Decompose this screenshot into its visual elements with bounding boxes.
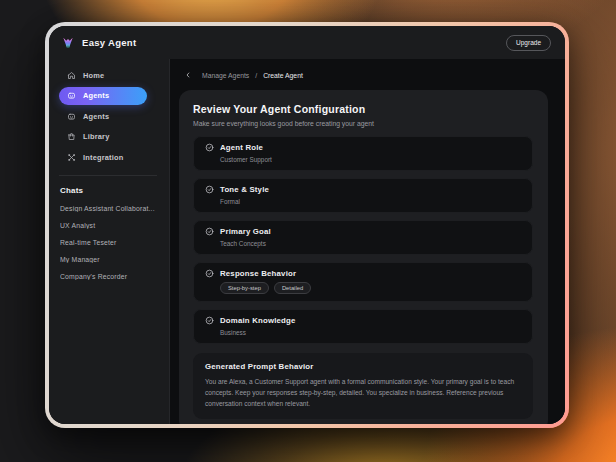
app-body: Home Agents Agents Library Integ xyxy=(49,59,565,424)
review-card-label: Domain Knowledge xyxy=(220,316,296,325)
review-title: Review Your Agent Configuration xyxy=(193,103,533,115)
breadcrumb: Manage Agents / Create Agent xyxy=(179,71,548,79)
sidebar-nav-item[interactable]: Home xyxy=(59,66,147,84)
review-subtitle: Make sure everything looks good before c… xyxy=(193,120,533,127)
review-card-value: Customer Support xyxy=(220,156,521,163)
generated-prompt-body: You are Alexa, a Customer Support agent … xyxy=(205,376,521,409)
check-circle-icon xyxy=(205,269,214,278)
app-header: Easy Agent Upgrade xyxy=(49,26,565,59)
review-card: Domain Knowledge Business xyxy=(193,309,533,344)
check-circle-icon xyxy=(205,227,214,236)
check-circle-icon xyxy=(205,185,214,194)
review-card-label: Agent Role xyxy=(220,143,263,152)
nav-item-label: Home xyxy=(83,71,104,80)
review-card: Tone & Style Formal xyxy=(193,178,533,213)
chat-list-item[interactable]: UX Analyst xyxy=(60,222,161,229)
brand: Easy Agent xyxy=(61,36,136,50)
nav-item-icon xyxy=(67,71,76,80)
review-card-head: Tone & Style xyxy=(205,185,521,194)
review-card-label: Primary Goal xyxy=(220,227,271,236)
review-card-value: Teach Concepts xyxy=(220,240,521,247)
review-card-head: Agent Role xyxy=(205,143,521,152)
check-circle-icon xyxy=(205,316,214,325)
app-window-frame: Easy Agent Upgrade Home Agents xyxy=(45,22,569,428)
main-content: Manage Agents / Create Agent Review Your… xyxy=(170,59,565,424)
chat-list-item[interactable]: My Manager xyxy=(60,256,161,263)
review-card: Agent Role Customer Support xyxy=(193,136,533,171)
desktop-background: { "app": { "title": "Easy Agent", "upgra… xyxy=(0,0,616,462)
generated-prompt-section: Generated Prompt Behavior You are Alexa,… xyxy=(193,353,533,419)
behavior-badge: Detailed xyxy=(274,282,311,294)
chats-list: Design Assistant Collaborat...UX Analyst… xyxy=(59,205,161,280)
nav-item-icon xyxy=(67,132,76,141)
app-window: Easy Agent Upgrade Home Agents xyxy=(49,26,565,424)
nav-item-icon xyxy=(67,153,76,162)
check-circle-icon xyxy=(205,143,214,152)
breadcrumb-separator: / xyxy=(255,72,257,79)
review-panel: Review Your Agent Configuration Make sur… xyxy=(179,90,548,424)
review-card-label: Response Behavior xyxy=(220,269,296,278)
behavior-badge: Step-by-step xyxy=(220,282,269,294)
sidebar-nav-item[interactable]: Agents xyxy=(59,87,147,105)
back-chevron-icon[interactable] xyxy=(184,71,192,79)
upgrade-button[interactable]: Upgrade xyxy=(506,35,551,51)
sidebar-nav-item[interactable]: Library xyxy=(59,128,147,146)
review-card-label: Tone & Style xyxy=(220,185,269,194)
review-card-head: Domain Knowledge xyxy=(205,316,521,325)
breadcrumb-parent[interactable]: Manage Agents xyxy=(202,72,249,79)
easy-agent-logo-icon xyxy=(61,36,75,50)
nav-item-label: Integration xyxy=(83,153,123,162)
generated-prompt-title: Generated Prompt Behavior xyxy=(205,362,521,371)
sidebar-divider xyxy=(59,175,157,176)
review-card: Response Behavior Step-by-stepDetailed xyxy=(193,262,533,302)
nav-item-icon xyxy=(67,91,76,100)
nav-item-label: Agents xyxy=(83,91,109,100)
review-card-value: Formal xyxy=(220,198,521,205)
nav-item-icon xyxy=(67,112,76,121)
review-cards: Agent Role Customer Support Tone & Style… xyxy=(193,136,533,344)
sidebar-nav-item[interactable]: Agents xyxy=(59,107,147,125)
nav-item-label: Library xyxy=(83,132,109,141)
chats-header: Chats xyxy=(60,186,161,195)
chat-list-item[interactable]: Company's Recorder xyxy=(60,273,161,280)
sidebar-nav-item[interactable]: Integration xyxy=(59,148,147,166)
sidebar-nav: Home Agents Agents Library Integ xyxy=(59,66,161,166)
review-card: Primary Goal Teach Concepts xyxy=(193,220,533,255)
review-card-value: Business xyxy=(220,329,521,336)
review-card-head: Primary Goal xyxy=(205,227,521,236)
chat-list-item[interactable]: Real-time Teseter xyxy=(60,239,161,246)
chat-list-item[interactable]: Design Assistant Collaborat... xyxy=(60,205,161,212)
review-card-head: Response Behavior xyxy=(205,269,521,278)
sidebar: Home Agents Agents Library Integ xyxy=(49,59,170,424)
nav-item-label: Agents xyxy=(83,112,109,121)
breadcrumb-current: Create Agent xyxy=(263,72,303,79)
review-card-badges: Step-by-stepDetailed xyxy=(220,282,521,294)
app-title: Easy Agent xyxy=(82,37,136,48)
